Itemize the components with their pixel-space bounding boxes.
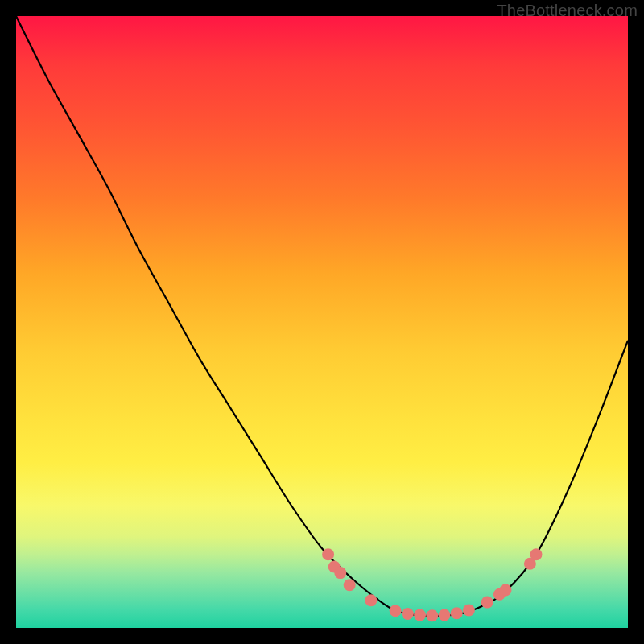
data-marker bbox=[402, 608, 414, 620]
data-marker bbox=[500, 584, 512, 596]
data-marker bbox=[334, 567, 346, 579]
data-marker bbox=[390, 605, 402, 617]
plot-area bbox=[16, 16, 628, 628]
data-marker bbox=[344, 579, 356, 591]
data-marker bbox=[463, 604, 475, 616]
data-markers bbox=[322, 548, 542, 621]
data-marker bbox=[322, 548, 334, 560]
data-marker bbox=[439, 609, 451, 621]
data-marker bbox=[530, 548, 543, 560]
data-marker bbox=[481, 597, 493, 609]
chart-svg bbox=[16, 16, 628, 628]
data-marker bbox=[451, 607, 463, 619]
data-marker bbox=[426, 609, 438, 621]
bottleneck-curve bbox=[16, 16, 628, 616]
data-marker bbox=[414, 609, 426, 621]
data-marker bbox=[365, 594, 377, 606]
chart-container: TheBottleneck.com bbox=[0, 0, 644, 644]
